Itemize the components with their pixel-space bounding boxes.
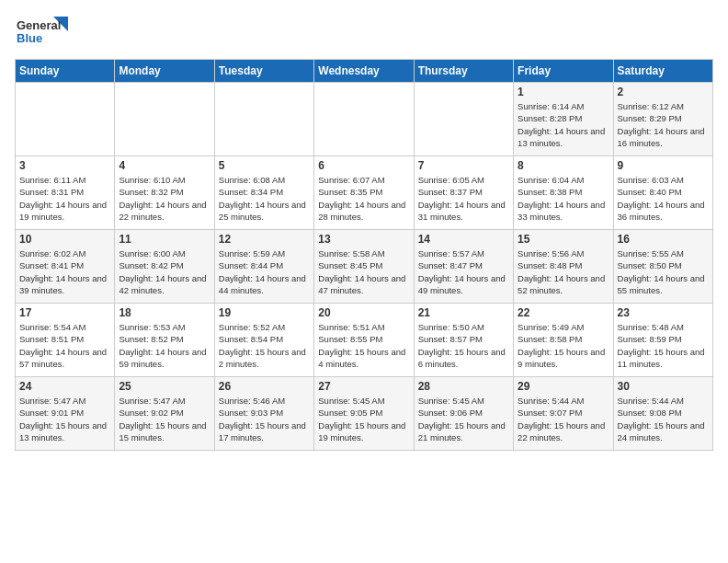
day-number: 24 — [19, 380, 110, 393]
day-info: Sunrise: 6:03 AM Sunset: 8:40 PM Dayligh… — [618, 174, 709, 223]
weekday-header: Tuesday — [214, 60, 313, 83]
day-info: Sunrise: 5:47 AM Sunset: 9:02 PM Dayligh… — [119, 395, 210, 443]
day-number: 29 — [518, 380, 609, 393]
day-number: 12 — [219, 233, 310, 246]
calendar-cell — [16, 83, 115, 156]
calendar-cell: 7Sunrise: 6:05 AM Sunset: 8:37 PM Daylig… — [414, 156, 513, 230]
day-info: Sunrise: 6:05 AM Sunset: 8:37 PM Dayligh… — [418, 174, 509, 223]
calendar-cell: 11Sunrise: 6:00 AM Sunset: 8:42 PM Dayli… — [115, 230, 214, 304]
day-info: Sunrise: 5:54 AM Sunset: 8:51 PM Dayligh… — [19, 321, 110, 370]
day-number: 8 — [518, 159, 609, 172]
day-number: 25 — [119, 380, 210, 393]
day-number: 5 — [219, 159, 310, 172]
day-info: Sunrise: 5:45 AM Sunset: 9:05 PM Dayligh… — [318, 395, 409, 443]
weekday-header: Friday — [514, 60, 613, 83]
day-info: Sunrise: 5:44 AM Sunset: 9:07 PM Dayligh… — [518, 395, 609, 443]
day-number: 1 — [518, 86, 609, 98]
calendar-cell: 21Sunrise: 5:50 AM Sunset: 8:57 PM Dayli… — [414, 304, 513, 377]
calendar-cell: 10Sunrise: 6:02 AM Sunset: 8:41 PM Dayli… — [16, 230, 115, 304]
day-info: Sunrise: 5:48 AM Sunset: 8:59 PM Dayligh… — [618, 321, 709, 370]
calendar-cell — [214, 83, 313, 156]
day-info: Sunrise: 5:55 AM Sunset: 8:50 PM Dayligh… — [618, 247, 709, 296]
calendar-cell: 28Sunrise: 5:45 AM Sunset: 9:06 PM Dayli… — [414, 377, 513, 451]
day-number: 4 — [119, 159, 210, 172]
calendar-cell — [414, 83, 513, 156]
day-info: Sunrise: 5:49 AM Sunset: 8:58 PM Dayligh… — [518, 321, 609, 370]
day-info: Sunrise: 6:12 AM Sunset: 8:29 PM Dayligh… — [618, 100, 709, 149]
calendar-cell: 12Sunrise: 5:59 AM Sunset: 8:44 PM Dayli… — [214, 230, 313, 304]
calendar-cell: 24Sunrise: 5:47 AM Sunset: 9:01 PM Dayli… — [16, 377, 115, 451]
calendar-cell: 23Sunrise: 5:48 AM Sunset: 8:59 PM Dayli… — [613, 304, 712, 377]
day-number: 26 — [219, 380, 310, 393]
svg-text:General: General — [17, 18, 61, 32]
calendar-week-row: 3Sunrise: 6:11 AM Sunset: 8:31 PM Daylig… — [16, 156, 713, 230]
day-number: 20 — [318, 306, 409, 319]
calendar-cell: 30Sunrise: 5:44 AM Sunset: 9:08 PM Dayli… — [613, 377, 712, 451]
day-number: 2 — [618, 86, 709, 98]
calendar-cell: 5Sunrise: 6:08 AM Sunset: 8:34 PM Daylig… — [214, 156, 313, 230]
calendar-cell: 8Sunrise: 6:04 AM Sunset: 8:38 PM Daylig… — [514, 156, 613, 230]
calendar-cell: 6Sunrise: 6:07 AM Sunset: 8:35 PM Daylig… — [314, 156, 414, 230]
day-info: Sunrise: 5:46 AM Sunset: 9:03 PM Dayligh… — [219, 395, 310, 443]
calendar-cell: 19Sunrise: 5:52 AM Sunset: 8:54 PM Dayli… — [214, 304, 313, 377]
calendar-cell: 29Sunrise: 5:44 AM Sunset: 9:07 PM Dayli… — [514, 377, 613, 451]
calendar-cell: 3Sunrise: 6:11 AM Sunset: 8:31 PM Daylig… — [16, 156, 115, 230]
calendar-week-row: 10Sunrise: 6:02 AM Sunset: 8:41 PM Dayli… — [16, 230, 713, 304]
calendar-week-row: 17Sunrise: 5:54 AM Sunset: 8:51 PM Dayli… — [16, 304, 713, 377]
day-number: 18 — [119, 306, 210, 319]
day-number: 14 — [418, 233, 509, 246]
day-number: 16 — [618, 233, 709, 246]
weekday-header: Saturday — [613, 60, 712, 83]
day-info: Sunrise: 5:53 AM Sunset: 8:52 PM Dayligh… — [119, 321, 210, 370]
page-header: GeneralBlue — [15, 15, 713, 48]
day-number: 19 — [219, 306, 310, 319]
calendar-header-row: SundayMondayTuesdayWednesdayThursdayFrid… — [16, 60, 713, 83]
calendar-cell: 18Sunrise: 5:53 AM Sunset: 8:52 PM Dayli… — [115, 304, 214, 377]
calendar-cell: 27Sunrise: 5:45 AM Sunset: 9:05 PM Dayli… — [314, 377, 414, 451]
calendar-cell: 13Sunrise: 5:58 AM Sunset: 8:45 PM Dayli… — [314, 230, 414, 304]
day-number: 11 — [119, 233, 210, 246]
day-info: Sunrise: 5:50 AM Sunset: 8:57 PM Dayligh… — [418, 321, 509, 370]
day-info: Sunrise: 5:58 AM Sunset: 8:45 PM Dayligh… — [318, 247, 409, 296]
day-number: 3 — [19, 159, 110, 172]
svg-text:Blue: Blue — [17, 31, 42, 45]
day-info: Sunrise: 5:51 AM Sunset: 8:55 PM Dayligh… — [318, 321, 409, 370]
day-number: 27 — [318, 380, 409, 393]
calendar-week-row: 1Sunrise: 6:14 AM Sunset: 8:28 PM Daylig… — [16, 83, 713, 156]
calendar-cell: 9Sunrise: 6:03 AM Sunset: 8:40 PM Daylig… — [613, 156, 712, 230]
day-info: Sunrise: 6:14 AM Sunset: 8:28 PM Dayligh… — [518, 100, 609, 149]
day-number: 17 — [19, 306, 110, 319]
calendar-cell: 22Sunrise: 5:49 AM Sunset: 8:58 PM Dayli… — [514, 304, 613, 377]
day-info: Sunrise: 6:02 AM Sunset: 8:41 PM Dayligh… — [19, 247, 110, 296]
day-info: Sunrise: 6:11 AM Sunset: 8:31 PM Dayligh… — [19, 174, 110, 223]
calendar-table: SundayMondayTuesdayWednesdayThursdayFrid… — [15, 59, 713, 451]
weekday-header: Thursday — [414, 60, 513, 83]
calendar-cell: 4Sunrise: 6:10 AM Sunset: 8:32 PM Daylig… — [115, 156, 214, 230]
logo-icon: GeneralBlue — [15, 15, 70, 48]
day-info: Sunrise: 5:52 AM Sunset: 8:54 PM Dayligh… — [219, 321, 310, 370]
day-info: Sunrise: 6:07 AM Sunset: 8:35 PM Dayligh… — [318, 174, 409, 223]
logo: GeneralBlue — [15, 15, 70, 48]
weekday-header: Sunday — [16, 60, 115, 83]
day-number: 6 — [318, 159, 409, 172]
calendar-cell — [314, 83, 414, 156]
calendar-cell: 14Sunrise: 5:57 AM Sunset: 8:47 PM Dayli… — [414, 230, 513, 304]
calendar-cell: 15Sunrise: 5:56 AM Sunset: 8:48 PM Dayli… — [514, 230, 613, 304]
day-number: 9 — [618, 159, 709, 172]
day-number: 30 — [618, 380, 709, 393]
day-info: Sunrise: 5:56 AM Sunset: 8:48 PM Dayligh… — [518, 247, 609, 296]
day-info: Sunrise: 5:59 AM Sunset: 8:44 PM Dayligh… — [219, 247, 310, 296]
calendar-cell — [115, 83, 214, 156]
calendar-cell: 1Sunrise: 6:14 AM Sunset: 8:28 PM Daylig… — [514, 83, 613, 156]
day-info: Sunrise: 6:00 AM Sunset: 8:42 PM Dayligh… — [119, 247, 210, 296]
day-info: Sunrise: 6:10 AM Sunset: 8:32 PM Dayligh… — [119, 174, 210, 223]
weekday-header: Wednesday — [314, 60, 414, 83]
calendar-cell: 26Sunrise: 5:46 AM Sunset: 9:03 PM Dayli… — [214, 377, 313, 451]
day-info: Sunrise: 5:45 AM Sunset: 9:06 PM Dayligh… — [418, 395, 509, 443]
calendar-cell: 25Sunrise: 5:47 AM Sunset: 9:02 PM Dayli… — [115, 377, 214, 451]
day-number: 23 — [618, 306, 709, 319]
weekday-header: Monday — [115, 60, 214, 83]
day-info: Sunrise: 5:57 AM Sunset: 8:47 PM Dayligh… — [418, 247, 509, 296]
day-info: Sunrise: 5:47 AM Sunset: 9:01 PM Dayligh… — [19, 395, 110, 443]
calendar-cell: 16Sunrise: 5:55 AM Sunset: 8:50 PM Dayli… — [613, 230, 712, 304]
